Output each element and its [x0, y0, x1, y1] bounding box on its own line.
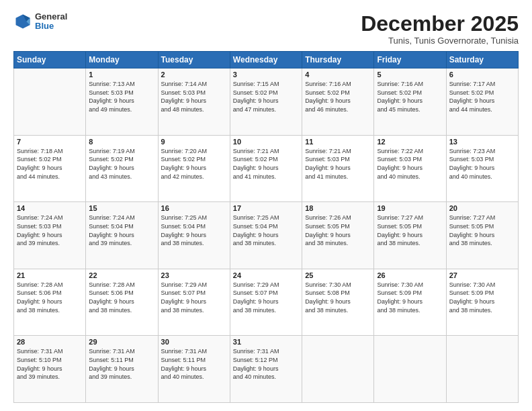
day-info: Sunrise: 7:31 AM Sunset: 5:12 PM Dayligh… — [233, 347, 299, 381]
calendar-cell: 10Sunrise: 7:21 AM Sunset: 5:02 PM Dayli… — [230, 135, 302, 202]
calendar-week-3: 14Sunrise: 7:24 AM Sunset: 5:03 PM Dayli… — [14, 202, 519, 269]
day-number: 22 — [89, 271, 154, 279]
title-block: December 2025 Tunis, Tunis Governorate, … — [361, 12, 519, 46]
page-subtitle: Tunis, Tunis Governorate, Tunisia — [361, 36, 519, 46]
calendar-cell: 23Sunrise: 7:29 AM Sunset: 5:07 PM Dayli… — [158, 269, 230, 336]
day-info: Sunrise: 7:29 AM Sunset: 5:07 PM Dayligh… — [161, 281, 227, 314]
day-number: 9 — [161, 138, 227, 146]
day-info: Sunrise: 7:21 AM Sunset: 5:02 PM Dayligh… — [233, 147, 299, 181]
day-number: 7 — [17, 138, 83, 146]
day-number: 4 — [305, 71, 371, 79]
header: General Blue December 2025 Tunis, Tunis … — [13, 12, 519, 46]
day-number: 14 — [17, 204, 83, 212]
day-number: 2 — [161, 71, 227, 79]
day-number: 27 — [449, 271, 515, 279]
day-info: Sunrise: 7:13 AM Sunset: 5:03 PM Dayligh… — [89, 80, 154, 113]
calendar-cell — [302, 336, 374, 403]
day-number: 30 — [161, 338, 227, 346]
day-number: 21 — [17, 271, 83, 279]
day-number: 20 — [449, 204, 515, 212]
logo-blue-text: Blue — [35, 21, 67, 31]
day-info: Sunrise: 7:18 AM Sunset: 5:02 PM Dayligh… — [17, 147, 83, 181]
header-cell-wednesday: Wednesday — [230, 52, 302, 68]
header-cell-friday: Friday — [374, 52, 446, 68]
header-cell-saturday: Saturday — [446, 52, 518, 68]
day-number: 23 — [161, 271, 227, 279]
calendar-cell: 8Sunrise: 7:19 AM Sunset: 5:02 PM Daylig… — [86, 135, 158, 202]
calendar-cell: 4Sunrise: 7:16 AM Sunset: 5:02 PM Daylig… — [302, 68, 374, 136]
day-info: Sunrise: 7:28 AM Sunset: 5:06 PM Dayligh… — [17, 281, 83, 314]
day-info: Sunrise: 7:16 AM Sunset: 5:02 PM Dayligh… — [377, 80, 443, 113]
calendar-cell: 17Sunrise: 7:25 AM Sunset: 5:04 PM Dayli… — [230, 202, 302, 269]
calendar-week-4: 21Sunrise: 7:28 AM Sunset: 5:06 PM Dayli… — [14, 269, 519, 336]
calendar-cell: 28Sunrise: 7:31 AM Sunset: 5:10 PM Dayli… — [14, 336, 86, 403]
logo-text: General Blue — [35, 12, 67, 32]
logo: General Blue — [13, 12, 67, 32]
day-info: Sunrise: 7:27 AM Sunset: 5:05 PM Dayligh… — [449, 214, 515, 247]
calendar-cell: 25Sunrise: 7:30 AM Sunset: 5:08 PM Dayli… — [302, 269, 374, 336]
calendar-cell: 2Sunrise: 7:14 AM Sunset: 5:03 PM Daylig… — [158, 68, 230, 136]
day-number: 24 — [233, 271, 299, 279]
calendar-cell: 30Sunrise: 7:31 AM Sunset: 5:11 PM Dayli… — [158, 336, 230, 403]
calendar-cell: 18Sunrise: 7:26 AM Sunset: 5:05 PM Dayli… — [302, 202, 374, 269]
calendar-body: 1Sunrise: 7:13 AM Sunset: 5:03 PM Daylig… — [14, 68, 519, 403]
calendar-cell — [446, 336, 518, 403]
calendar-cell — [374, 336, 446, 403]
calendar-cell: 16Sunrise: 7:25 AM Sunset: 5:04 PM Dayli… — [158, 202, 230, 269]
calendar-cell: 5Sunrise: 7:16 AM Sunset: 5:02 PM Daylig… — [374, 68, 446, 136]
day-number: 16 — [161, 204, 227, 212]
calendar-cell: 7Sunrise: 7:18 AM Sunset: 5:02 PM Daylig… — [14, 135, 86, 202]
day-info: Sunrise: 7:31 AM Sunset: 5:11 PM Dayligh… — [89, 347, 154, 381]
day-number: 15 — [89, 204, 154, 212]
page-title: December 2025 — [361, 12, 519, 36]
day-number: 5 — [377, 71, 443, 79]
day-info: Sunrise: 7:28 AM Sunset: 5:06 PM Dayligh… — [89, 281, 154, 314]
day-number: 1 — [89, 71, 154, 79]
calendar-cell: 6Sunrise: 7:17 AM Sunset: 5:02 PM Daylig… — [446, 68, 518, 136]
day-number: 6 — [449, 71, 515, 79]
calendar-table: SundayMondayTuesdayWednesdayThursdayFrid… — [13, 51, 519, 403]
calendar-week-5: 28Sunrise: 7:31 AM Sunset: 5:10 PM Dayli… — [14, 336, 519, 403]
day-number: 8 — [89, 138, 154, 146]
day-number: 12 — [377, 138, 443, 146]
page: General Blue December 2025 Tunis, Tunis … — [0, 0, 532, 411]
day-number: 17 — [233, 204, 299, 212]
day-info: Sunrise: 7:31 AM Sunset: 5:10 PM Dayligh… — [17, 347, 83, 381]
calendar-week-1: 1Sunrise: 7:13 AM Sunset: 5:03 PM Daylig… — [14, 68, 519, 136]
calendar-cell: 14Sunrise: 7:24 AM Sunset: 5:03 PM Dayli… — [14, 202, 86, 269]
day-info: Sunrise: 7:30 AM Sunset: 5:08 PM Dayligh… — [305, 281, 371, 314]
day-number: 29 — [89, 338, 154, 346]
calendar-week-2: 7Sunrise: 7:18 AM Sunset: 5:02 PM Daylig… — [14, 135, 519, 202]
calendar-cell: 15Sunrise: 7:24 AM Sunset: 5:04 PM Dayli… — [86, 202, 158, 269]
day-number: 18 — [305, 204, 371, 212]
day-info: Sunrise: 7:30 AM Sunset: 5:09 PM Dayligh… — [377, 281, 443, 314]
calendar-cell: 13Sunrise: 7:23 AM Sunset: 5:03 PM Dayli… — [446, 135, 518, 202]
day-number: 3 — [233, 71, 299, 79]
day-number: 28 — [17, 338, 83, 346]
day-number: 31 — [233, 338, 299, 346]
calendar-cell: 21Sunrise: 7:28 AM Sunset: 5:06 PM Dayli… — [14, 269, 86, 336]
header-row: SundayMondayTuesdayWednesdayThursdayFrid… — [14, 52, 519, 68]
day-number: 13 — [449, 138, 515, 146]
day-info: Sunrise: 7:31 AM Sunset: 5:11 PM Dayligh… — [161, 347, 227, 381]
calendar-cell: 20Sunrise: 7:27 AM Sunset: 5:05 PM Dayli… — [446, 202, 518, 269]
calendar-cell: 12Sunrise: 7:22 AM Sunset: 5:03 PM Dayli… — [374, 135, 446, 202]
calendar-header: SundayMondayTuesdayWednesdayThursdayFrid… — [14, 52, 519, 68]
calendar-cell: 26Sunrise: 7:30 AM Sunset: 5:09 PM Dayli… — [374, 269, 446, 336]
day-info: Sunrise: 7:20 AM Sunset: 5:02 PM Dayligh… — [161, 147, 227, 181]
calendar-cell: 27Sunrise: 7:30 AM Sunset: 5:09 PM Dayli… — [446, 269, 518, 336]
day-info: Sunrise: 7:24 AM Sunset: 5:03 PM Dayligh… — [17, 214, 83, 247]
calendar-cell: 3Sunrise: 7:15 AM Sunset: 5:02 PM Daylig… — [230, 68, 302, 136]
calendar-cell: 19Sunrise: 7:27 AM Sunset: 5:05 PM Dayli… — [374, 202, 446, 269]
calendar-cell — [14, 68, 86, 136]
calendar-cell: 9Sunrise: 7:20 AM Sunset: 5:02 PM Daylig… — [158, 135, 230, 202]
day-info: Sunrise: 7:22 AM Sunset: 5:03 PM Dayligh… — [377, 147, 443, 181]
calendar-cell: 31Sunrise: 7:31 AM Sunset: 5:12 PM Dayli… — [230, 336, 302, 403]
day-number: 11 — [305, 138, 371, 146]
calendar-cell: 11Sunrise: 7:21 AM Sunset: 5:03 PM Dayli… — [302, 135, 374, 202]
logo-general-text: General — [35, 12, 67, 21]
day-number: 26 — [377, 271, 443, 279]
day-info: Sunrise: 7:27 AM Sunset: 5:05 PM Dayligh… — [377, 214, 443, 247]
calendar-cell: 1Sunrise: 7:13 AM Sunset: 5:03 PM Daylig… — [86, 68, 158, 136]
day-number: 10 — [233, 138, 299, 146]
